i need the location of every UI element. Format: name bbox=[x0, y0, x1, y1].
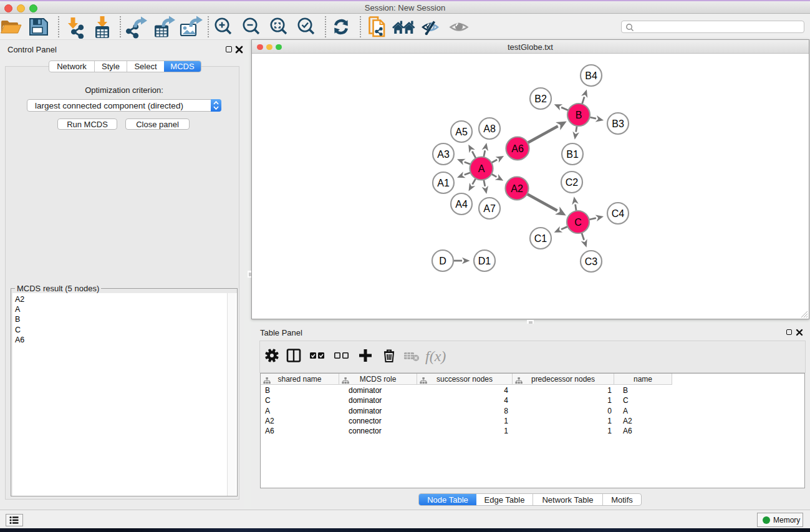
svg-text:f(x): f(x) bbox=[425, 348, 446, 364]
svg-text:B2: B2 bbox=[534, 94, 547, 104]
svg-text:D: D bbox=[439, 256, 446, 266]
svg-text:A6: A6 bbox=[511, 143, 524, 154]
svg-text:C2: C2 bbox=[566, 177, 579, 188]
svg-text:A7: A7 bbox=[483, 203, 496, 214]
svg-text:D1: D1 bbox=[478, 256, 491, 266]
svg-text:A8: A8 bbox=[483, 123, 496, 134]
svg-text:A4: A4 bbox=[455, 199, 468, 210]
svg-text:A5: A5 bbox=[455, 127, 468, 137]
svg-text:B: B bbox=[576, 110, 582, 120]
svg-text:C3: C3 bbox=[585, 256, 598, 267]
svg-text:B1: B1 bbox=[566, 149, 579, 160]
svg-text:A: A bbox=[478, 163, 485, 174]
svg-text:B3: B3 bbox=[612, 118, 624, 129]
svg-text:C: C bbox=[574, 217, 582, 228]
svg-text:C4: C4 bbox=[612, 208, 625, 219]
svg-text:A2: A2 bbox=[511, 183, 523, 194]
svg-text:A3: A3 bbox=[437, 149, 450, 160]
svg-text:B4: B4 bbox=[585, 70, 597, 81]
svg-text:C1: C1 bbox=[534, 233, 547, 244]
svg-text:A1: A1 bbox=[437, 178, 450, 188]
